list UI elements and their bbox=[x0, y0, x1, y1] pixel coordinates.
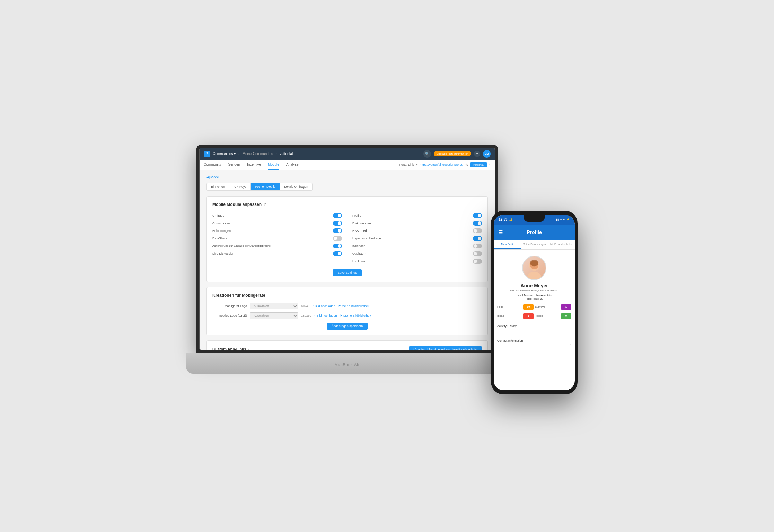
toggle-umfragen-switch[interactable] bbox=[333, 213, 342, 218]
toggle-communities-switch[interactable] bbox=[333, 221, 342, 226]
help-circle-icon[interactable]: ? bbox=[264, 202, 266, 207]
contact-chevron-icon: › bbox=[497, 343, 571, 347]
logo-select[interactable]: Auswählen -- bbox=[250, 303, 298, 309]
stats-grid: Polls 10 Surveys 1 Ideas 1 Topics bbox=[497, 303, 571, 320]
large-logo-select[interactable]: Auswählen -- bbox=[250, 312, 298, 319]
app-logo: P bbox=[204, 151, 210, 157]
sub-tab-post-on-mobile[interactable]: Post on Mobile bbox=[251, 183, 280, 190]
logo-library-link[interactable]: ⚑ Meine Bildbibliothek bbox=[338, 304, 370, 308]
toggle-aufforderung-switch[interactable] bbox=[333, 244, 342, 248]
tab-community[interactable]: Community bbox=[204, 160, 221, 170]
large-library-link[interactable]: ⚑ Meine Bildbibliothek bbox=[340, 314, 371, 317]
tab-module[interactable]: Module bbox=[268, 160, 279, 170]
toggle-live-diskussion-switch[interactable] bbox=[333, 251, 342, 256]
phone-header: ☰ Profile bbox=[494, 225, 575, 240]
toggle-datashare: DataShare bbox=[212, 235, 342, 242]
sub-tab-api-keys[interactable]: API Keys bbox=[229, 183, 251, 190]
topics-badge: 0 bbox=[561, 313, 571, 319]
profile-level: Level Achieved : Intermediate bbox=[497, 294, 571, 297]
custom-links-title: Custom App-Links ? bbox=[212, 347, 249, 350]
toggle-rss-feed-switch[interactable] bbox=[473, 228, 482, 233]
svg-point-1 bbox=[527, 272, 541, 280]
profile-name: Anne Meyer bbox=[497, 283, 571, 288]
toggle-html-link-switch[interactable] bbox=[473, 259, 482, 264]
toggle-qualstorm: QualStorm bbox=[352, 250, 482, 258]
custom-links-help-icon[interactable]: ? bbox=[247, 347, 249, 350]
creations-card: Kreationen für Mobilgeräte Mobilgerät-Lo… bbox=[206, 287, 488, 335]
creations-title: Kreationen für Mobilgeräte bbox=[212, 293, 482, 298]
large-logo-label: Mobiles Logo (Groß) bbox=[212, 314, 247, 317]
main-nav: Community Senden Incentive Module Analys… bbox=[200, 160, 495, 170]
toggle-umfragen: Umfragen bbox=[212, 212, 342, 219]
logo-upload-link[interactable]: ↑ Bild hochladen bbox=[313, 304, 335, 308]
right-toggles: Profile Diskussionen RSS Feed bbox=[352, 212, 482, 265]
user-avatar[interactable]: EM bbox=[483, 150, 491, 158]
add-custom-link-button[interactable]: + Benutzerdefinierte App-Links hinzufüge… bbox=[409, 346, 482, 350]
portal-link-label: Portal Link bbox=[399, 163, 414, 166]
logo-dims: 60x40 bbox=[301, 304, 310, 308]
sub-tab-lokale-umfragen[interactable]: Lokale Umfragen bbox=[280, 183, 313, 190]
laptop-base: MacBook Air bbox=[186, 353, 508, 374]
toggle-hyperlocal-switch[interactable] bbox=[473, 236, 482, 241]
phone-notch bbox=[524, 215, 545, 222]
content-area: ◀ Mobil Einrichten API Keys Post on Mobi… bbox=[200, 170, 495, 350]
toggle-aufforderung: Aufforderung zur Eingabe der Standardspr… bbox=[212, 242, 342, 250]
contact-info-section[interactable]: Contact Information › bbox=[497, 337, 571, 349]
preview-button[interactable]: Vorschau bbox=[470, 162, 487, 167]
toggle-datashare-switch[interactable] bbox=[333, 236, 342, 241]
toggle-diskussionen-switch[interactable] bbox=[473, 221, 482, 226]
phone-tab-freunde[interactable]: Mit Freunden teilen bbox=[548, 240, 575, 249]
toggle-kalender-switch[interactable] bbox=[473, 244, 482, 248]
activity-history-title: Activity History bbox=[497, 324, 571, 328]
logo-label: Mobilgerät-Logo bbox=[212, 304, 247, 308]
communities-dropdown[interactable]: Communities ▾ bbox=[213, 152, 236, 156]
upgrade-button[interactable]: Upgrade jetzt durchführen bbox=[434, 151, 472, 156]
signal-icon: ▮▮ bbox=[556, 218, 559, 221]
phone-status-icons: ▮▮ WiFi ⚡ bbox=[556, 218, 570, 221]
tab-senden[interactable]: Senden bbox=[228, 160, 240, 170]
help-button[interactable]: ? bbox=[474, 151, 480, 157]
tab-analyse[interactable]: Analyse bbox=[286, 160, 299, 170]
large-upload-link[interactable]: ↑ Bild hochladen bbox=[314, 314, 337, 317]
phone-tab-mein-profil[interactable]: Mein Profil bbox=[494, 240, 521, 249]
toggle-belohnungen-switch[interactable] bbox=[333, 228, 342, 233]
activity-chevron-icon: › bbox=[497, 329, 571, 332]
search-button[interactable]: 🔍 bbox=[423, 150, 431, 158]
phone-nav-tabs: Mein Profil Meine Belohnungen Mit Freund… bbox=[494, 240, 575, 250]
breadcrumb-parent[interactable]: Meine Communities bbox=[243, 152, 273, 156]
profile-avatar-area bbox=[497, 256, 571, 280]
laptop-brand: MacBook Air bbox=[335, 363, 360, 367]
info-icon: ℹ bbox=[489, 163, 491, 167]
logo-form-row: Mobilgerät-Logo Auswählen -- 60x40 ↑ Bil… bbox=[212, 303, 482, 309]
large-logo-form-row: Mobiles Logo (Groß) Auswählen -- 180x60 … bbox=[212, 312, 482, 319]
stat-ideas: Ideas 1 bbox=[497, 312, 534, 320]
activity-history-section[interactable]: Activity History › bbox=[497, 322, 571, 334]
app-header: P Communities ▾ › Meine Communities › va… bbox=[200, 148, 495, 160]
stat-polls: Polls 10 bbox=[497, 303, 534, 311]
ideas-badge: 1 bbox=[523, 313, 534, 319]
toggle-profile-switch[interactable] bbox=[473, 213, 482, 218]
profile-points: Total Points: 20 bbox=[497, 297, 571, 300]
breadcrumb-sep-2: › bbox=[276, 152, 277, 156]
toggle-profile: Profile bbox=[352, 212, 482, 219]
phone-time: 12:53 🌙 bbox=[499, 218, 512, 221]
menu-icon[interactable]: ☰ bbox=[499, 229, 503, 235]
save-settings-button[interactable]: Save Settings bbox=[333, 269, 362, 276]
sub-tabs: Einrichten API Keys Post on Mobile Lokal… bbox=[206, 183, 313, 191]
phone: 12:53 🌙 ▮▮ WiFi ⚡ ☰ Profile Mein Profil … bbox=[491, 211, 578, 394]
stat-surveys: Surveys 1 bbox=[535, 303, 571, 311]
stat-topics: Topics 0 bbox=[535, 312, 571, 320]
mobile-modules-title: Mobile Module anpassen ? bbox=[212, 202, 482, 207]
toggle-hyperlocal: HyperLocal Umfragen bbox=[352, 235, 482, 242]
toggle-qualstorm-switch[interactable] bbox=[473, 251, 482, 256]
portal-url[interactable]: https://vattenfall.questionpro.eu bbox=[420, 163, 463, 166]
phone-tab-belohnungen[interactable]: Meine Belohnungen bbox=[521, 240, 548, 249]
save-changes-button[interactable]: Änderungen speichern bbox=[327, 323, 368, 330]
phone-screen: 12:53 🌙 ▮▮ WiFi ⚡ ☰ Profile Mein Profil … bbox=[494, 215, 575, 390]
edit-icon[interactable]: ✎ bbox=[465, 163, 468, 167]
battery-icon: ⚡ bbox=[566, 218, 570, 221]
sub-tab-einrichten[interactable]: Einrichten bbox=[207, 183, 229, 190]
tab-incentive[interactable]: Incentive bbox=[247, 160, 261, 170]
toggle-html-link: Html Link bbox=[352, 258, 482, 265]
back-link[interactable]: ◀ Mobil bbox=[206, 175, 488, 180]
